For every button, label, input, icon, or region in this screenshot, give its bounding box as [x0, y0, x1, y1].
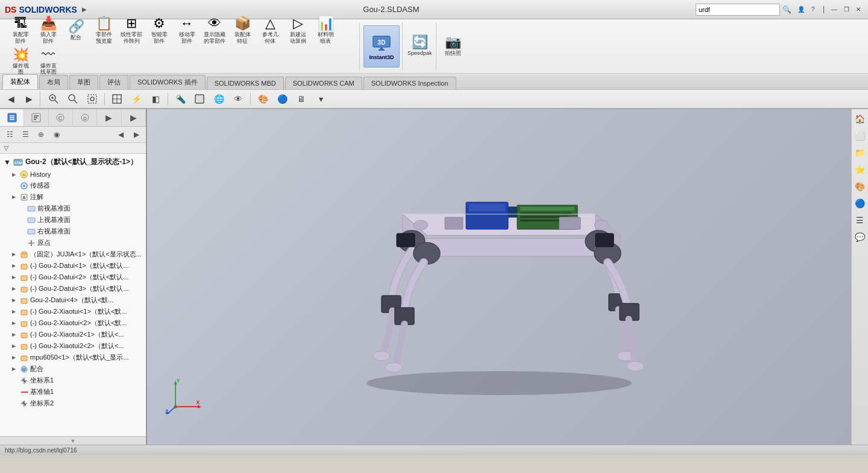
rt-star-button[interactable]: ⭐	[853, 162, 867, 177]
rt-home-button[interactable]: 🏠	[853, 112, 867, 126]
tree-root[interactable]: ▼ ASM Gou-2（默认<默认_显示状态-1>）	[0, 155, 146, 169]
rt-appearance-button[interactable]: 🎨	[853, 179, 867, 194]
smart-parts-button[interactable]: ⚙ 智能零部件	[146, 16, 172, 46]
restore-button[interactable]: ❐	[841, 5, 851, 14]
tab-solidworks-plugins[interactable]: SOLIDWORKS 插件	[130, 75, 206, 89]
property-manager-tab[interactable]	[24, 109, 48, 126]
assembly-feature-button[interactable]: 📦 装配体特征	[229, 16, 256, 46]
tab-sketch[interactable]: 草图	[69, 75, 98, 89]
panel-scroll-up[interactable]: ◀	[113, 128, 128, 141]
svg-rect-36	[28, 218, 35, 223]
tree-item-mpu6050[interactable]: ▶ mpu6050<1>（默认<默认_显示...	[0, 352, 146, 363]
expand-prev-tab[interactable]: ▶	[122, 109, 146, 126]
panel-toolbar-btn2[interactable]: ☰	[18, 128, 33, 141]
config-manager-tab[interactable]: C	[49, 109, 73, 126]
rt-notes-button[interactable]: 💬	[853, 230, 867, 244]
viewport[interactable]: Y X Z	[147, 109, 851, 445]
minimize-button[interactable]: —	[829, 5, 839, 14]
expand-datui1: ▶	[12, 263, 18, 268]
rt-folder-button[interactable]: 📁	[853, 145, 867, 160]
tree-item-xiaotui2-1[interactable]: ▶ (-) Gou-2-Xiaotui2<1>（默认<...	[0, 329, 146, 340]
rt-display-button[interactable]: ☰	[853, 213, 867, 227]
zoom-in-button[interactable]	[45, 91, 62, 107]
tree-item-xiaotui2-2[interactable]: ▶ (-) Gou-2-Xiaotui2<2>（默认<...	[0, 340, 146, 352]
move-parts-button[interactable]: ↔ 移动零部件	[174, 16, 200, 46]
snapshot-button[interactable]: 📷 拍快照	[440, 34, 467, 58]
zoom-fit-button[interactable]	[64, 91, 81, 107]
panel-expand-button[interactable]: ◀	[2, 91, 19, 107]
new-motion-button[interactable]: ▷ 新建运动算例	[285, 16, 311, 46]
rt-scenes-button[interactable]: 🔵	[853, 196, 867, 211]
light-button[interactable]: 🔦	[172, 91, 189, 107]
tree-item-coords1[interactable]: 坐标系1	[0, 375, 146, 386]
linear-array-button[interactable]: ⊞ 线性零部件阵列	[118, 16, 145, 46]
tree-item-annotations[interactable]: ▶ A 注解	[0, 191, 146, 203]
dim-expert-tab[interactable]: D	[73, 109, 97, 126]
panel-scroll-down[interactable]: ▶	[129, 128, 143, 141]
scene-button[interactable]: 🌐	[210, 91, 227, 107]
tree-item-top-plane[interactable]: 上视基准面	[0, 214, 146, 226]
svg-rect-41	[22, 252, 26, 254]
explode-view-button[interactable]: 💥 爆炸视图	[7, 47, 34, 77]
tree-item-front-plane[interactable]: 前视基准面	[0, 203, 146, 214]
speedpak-button[interactable]: 🔄 Speedpak	[406, 34, 433, 58]
section-view-button[interactable]: ◧	[147, 91, 164, 107]
tree-item-datui3[interactable]: ▶ (-) Gou-2-Datui<3>（默认<默认...	[0, 283, 146, 294]
search-input[interactable]	[696, 4, 780, 16]
user-icon[interactable]: 👤	[796, 5, 806, 14]
help-icon[interactable]: ?	[808, 5, 818, 14]
tree-item-origin[interactable]: 原点	[0, 237, 146, 249]
panel-collapse-button[interactable]: ▶	[20, 91, 37, 107]
display-style-button[interactable]	[191, 91, 208, 107]
appearance-button[interactable]: 🎨	[254, 91, 271, 107]
component-preview-button[interactable]: 📋 零部件预览窗	[90, 16, 117, 46]
svg-point-84	[385, 363, 402, 372]
appearance2-button[interactable]: 🔵	[274, 91, 291, 107]
svg-text:H: H	[23, 173, 25, 177]
tree-item-axis1[interactable]: 基准轴1	[0, 386, 146, 398]
tree-item-right-plane[interactable]: 右视基准面	[0, 226, 146, 237]
tree-item-peih[interactable]: ▶ M 配合	[0, 363, 146, 375]
tab-solidworks-mbd[interactable]: SOLIDWORKS MBD	[207, 77, 284, 89]
more-settings-button[interactable]: ▾	[312, 91, 329, 107]
tab-solidworks-cam[interactable]: SOLIDWORKS CAM	[285, 77, 362, 89]
tree-item-coords2[interactable]: 坐标系2	[0, 398, 146, 409]
tree-item-datui4[interactable]: ▶ Gou-2-Datui<4>（默认<默...	[0, 294, 146, 306]
show-hide-button[interactable]: 👁 显示隐藏的零部件	[201, 16, 228, 46]
insert-parts-button[interactable]: 📥 插入零部件	[35, 16, 61, 46]
search-icon[interactable]: 🔍	[782, 5, 791, 14]
panel-toolbar-btn4[interactable]: ◉	[49, 128, 64, 141]
tree-item-datui2[interactable]: ▶ (-) Gou-2-Datui<2>（默认<默认...	[0, 271, 146, 283]
rt-3d-button[interactable]: ⬜	[853, 129, 867, 143]
tree-item-xiaotui1[interactable]: ▶ (-) Gou-2-Xiaotui<1>（默认<默...	[0, 306, 146, 317]
ref-geometry-button[interactable]: △ 参考几何体	[257, 16, 283, 46]
tree-item-xiaotui2[interactable]: ▶ (-) Gou-2-Xiaotui<2>（默认<默...	[0, 317, 146, 329]
tab-evaluate[interactable]: 评估	[99, 75, 128, 89]
hide-show-button[interactable]: 👁	[230, 91, 247, 107]
tab-solidworks-inspection[interactable]: SOLIDWORKS Inspection	[363, 77, 456, 89]
expand-datui3: ▶	[12, 286, 18, 291]
explode-line-button[interactable]: 〰 爆炸直线草图	[35, 47, 61, 77]
bom-button[interactable]: 📊 材料明细表	[312, 16, 339, 46]
assemble-parts-button[interactable]: 🏗 装配零部件	[7, 16, 34, 46]
tab-layout[interactable]: 布局	[39, 75, 68, 89]
mate-button[interactable]: 🔗 配合	[63, 16, 89, 46]
tree-item-datui1[interactable]: ▶ (-) Gou-2-Datui<1>（默认<默认...	[0, 260, 146, 271]
panel-toolbar-btn1[interactable]: ☷	[2, 128, 17, 141]
tab-assembly[interactable]: 装配体	[2, 74, 38, 89]
app-title: Gou-2.SLDASM	[87, 5, 696, 14]
select-button[interactable]: ⚡	[128, 91, 145, 107]
feature-manager-tab[interactable]	[0, 109, 24, 126]
expand-datui4: ▶	[12, 297, 18, 303]
svg-rect-35	[28, 206, 35, 211]
tree-item-jujia[interactable]: ▶ （固定）JUJIA<1>（默认<显示状态...	[0, 249, 146, 260]
instant3d-button[interactable]: 3D Instant3D	[363, 25, 400, 68]
tree-item-history[interactable]: ▶ H History	[0, 169, 146, 180]
close-button[interactable]: ✕	[854, 5, 863, 14]
next-panel-tab[interactable]: ▶	[97, 109, 121, 126]
view-orient-button[interactable]	[108, 91, 125, 107]
zoom-area-button[interactable]	[84, 91, 101, 107]
view-settings-button[interactable]: 🖥	[293, 91, 310, 107]
tree-item-sensors[interactable]: 传感器	[0, 180, 146, 191]
panel-toolbar-btn3[interactable]: ⊕	[34, 128, 48, 141]
